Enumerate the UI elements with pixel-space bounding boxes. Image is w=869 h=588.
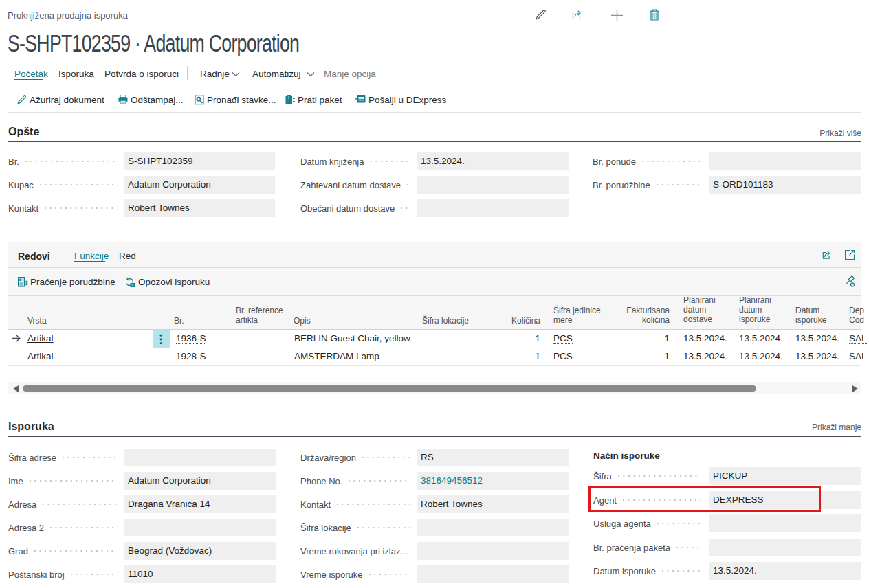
svg-text:9: 9	[131, 283, 133, 287]
